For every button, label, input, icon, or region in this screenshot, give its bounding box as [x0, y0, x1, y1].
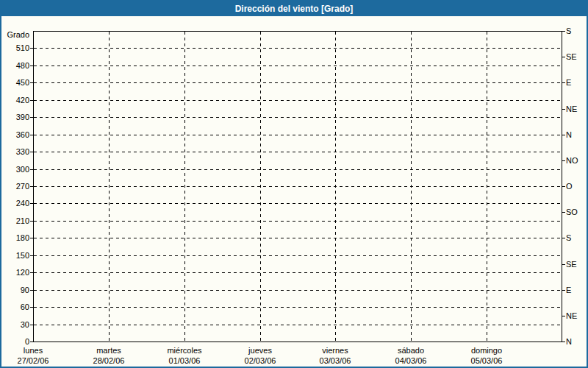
compass-label: N — [566, 130, 572, 140]
compass-label: S — [566, 233, 571, 243]
x-axis-day-label: domingo — [446, 345, 527, 355]
y-axis-tick-mark — [30, 152, 33, 152]
gridline-horizontal — [34, 186, 562, 187]
x-axis-date-label: 28/02/06 — [68, 355, 149, 366]
compass-label: N — [566, 336, 572, 347]
x-axis-day-label: martes — [68, 345, 149, 355]
y-axis-tick-label: 360 — [2, 130, 29, 140]
gridline-vertical — [260, 32, 261, 341]
gridline-vertical — [335, 32, 336, 341]
y-axis-tick-mark — [30, 325, 33, 325]
compass-label: NO — [566, 155, 578, 166]
y-axis-tick-mark — [30, 342, 33, 342]
compass-tick-mark — [562, 57, 565, 57]
y-axis-tick-mark — [30, 48, 33, 49]
gridline-horizontal — [34, 66, 562, 66]
gridline-horizontal — [34, 152, 562, 152]
compass-tick-mark — [562, 109, 565, 110]
y-axis-tick-mark — [30, 82, 33, 83]
y-axis-tick-mark — [30, 203, 33, 204]
y-axis-tick-label: 330 — [2, 146, 29, 157]
compass-label: NE — [566, 311, 577, 321]
gridline-horizontal — [34, 135, 562, 135]
y-axis-tick-label: 450 — [2, 77, 29, 88]
gridline-horizontal — [34, 238, 562, 238]
y-axis-tick-label: 180 — [2, 233, 29, 243]
x-axis-day-label: viernes — [295, 345, 376, 355]
compass-tick-mark — [562, 342, 565, 342]
y-axis-tick-mark — [30, 307, 33, 308]
compass-tick-mark — [562, 212, 565, 213]
y-axis-tick-label: 60 — [2, 302, 29, 312]
compass-label: O — [566, 181, 573, 191]
gridline-horizontal — [34, 100, 562, 101]
gridline-vertical — [411, 32, 412, 341]
gridline-vertical — [487, 32, 487, 341]
x-axis-date-label: 03/03/06 — [295, 355, 376, 366]
gridline-horizontal — [34, 221, 562, 222]
y-axis-tick-mark — [30, 238, 33, 238]
gridline-horizontal — [34, 203, 562, 204]
compass-tick-mark — [562, 135, 565, 135]
y-axis-tick-mark — [30, 272, 33, 273]
compass-label: SE — [566, 259, 577, 269]
compass-tick-mark — [562, 290, 565, 291]
y-axis-tick-mark — [30, 135, 33, 135]
y-axis-tick-mark — [30, 255, 33, 256]
compass-label: SO — [566, 207, 578, 217]
y-axis-tick-label: 300 — [2, 164, 29, 174]
x-axis-day-label: miércoles — [144, 345, 225, 355]
y-axis-tick-label: 390 — [2, 112, 29, 122]
compass-tick-mark — [562, 160, 565, 161]
gridline-horizontal — [34, 325, 562, 325]
y-axis-tick-label: 240 — [2, 198, 29, 208]
y-axis-tick-mark — [30, 186, 33, 187]
x-axis-day-label: sábado — [370, 345, 451, 355]
y-axis-tick-label: 120 — [2, 267, 29, 277]
y-axis-tick-label: 480 — [2, 60, 29, 71]
y-axis-tick-label: 420 — [2, 95, 29, 105]
gridline-vertical — [184, 32, 185, 341]
y-axis-tick-label: 90 — [2, 285, 29, 295]
y-axis-tick-label: 270 — [2, 181, 29, 191]
y-axis-tick-mark — [30, 169, 33, 170]
compass-tick-mark — [562, 238, 565, 238]
gridline-horizontal — [34, 272, 562, 273]
gridline-horizontal — [34, 290, 562, 291]
y-axis-tick-label: 30 — [2, 319, 29, 330]
gridline-horizontal — [34, 255, 562, 256]
gridline-horizontal — [34, 169, 562, 170]
y-axis-tick-mark — [30, 66, 33, 66]
y-axis-tick-label: 150 — [2, 250, 29, 261]
y-axis-tick-mark — [30, 117, 33, 118]
compass-label: S — [566, 26, 571, 36]
x-axis-day-label: lunes — [0, 345, 74, 355]
compass-label: E — [566, 285, 571, 295]
gridline-horizontal — [34, 82, 562, 83]
gridline-horizontal — [34, 48, 562, 49]
gridline-horizontal — [34, 307, 562, 308]
y-axis-tick-mark — [30, 221, 33, 222]
x-axis-date-label: 04/03/06 — [370, 355, 451, 366]
y-axis-tick-mark — [30, 290, 33, 291]
compass-label: E — [566, 77, 571, 88]
x-axis-day-label: jueves — [220, 345, 301, 355]
compass-tick-mark — [562, 186, 565, 187]
y-axis-tick-mark — [30, 100, 33, 101]
compass-tick-mark — [562, 82, 565, 83]
gridline-horizontal — [34, 117, 562, 118]
y-axis-tick-label: 510 — [2, 43, 29, 53]
y-axis-tick-label: 210 — [2, 216, 29, 226]
compass-tick-mark — [562, 31, 565, 32]
x-axis-date-label: 02/03/06 — [220, 355, 301, 366]
x-axis-date-label: 27/02/06 — [0, 355, 74, 366]
x-axis-date-label: 05/03/06 — [446, 355, 527, 366]
gridline-vertical — [109, 32, 110, 341]
compass-tick-mark — [562, 264, 565, 265]
compass-label: SE — [566, 52, 577, 62]
chart-area: Grado 0306090120150180210240270300330360… — [1, 1, 587, 367]
x-axis-date-label: 01/03/06 — [144, 355, 225, 366]
compass-tick-mark — [562, 316, 565, 316]
y-axis-unit-label: Grado — [2, 29, 29, 40]
compass-label: NE — [566, 104, 577, 114]
